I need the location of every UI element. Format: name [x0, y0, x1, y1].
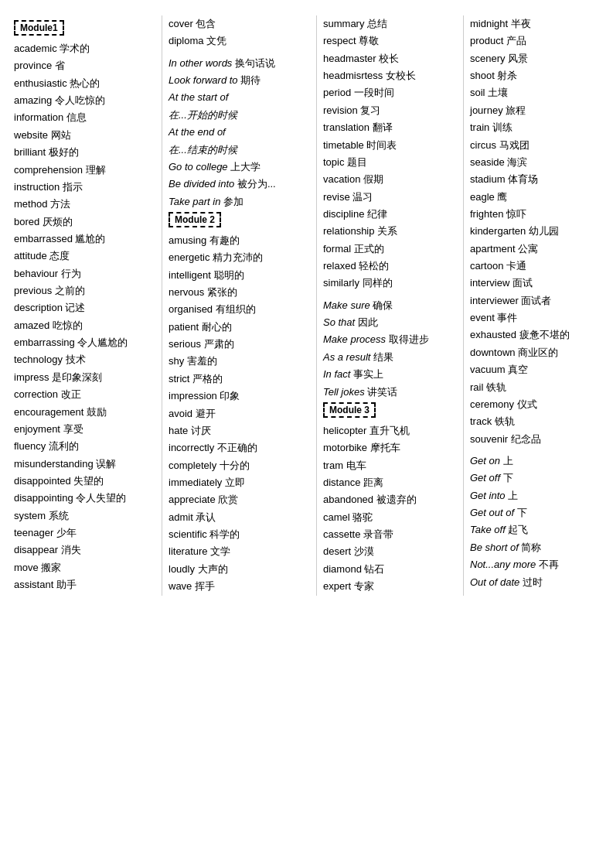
- entry-cn: 之前的: [52, 285, 85, 296]
- word-entry: technology 技术: [14, 351, 155, 368]
- entry-cn: 聪明的: [211, 269, 244, 281]
- word-entry: patient 耐心的: [169, 319, 310, 336]
- word-entry: headmisrtess 女校长: [323, 67, 457, 84]
- entry-en: circus: [470, 139, 496, 151]
- entry-cn: 同样的: [359, 277, 393, 289]
- word-entry: impress 是印象深刻: [14, 369, 155, 386]
- entry-cn: 科学的: [207, 528, 240, 540]
- entry-en: information: [14, 111, 63, 123]
- word-entry: similarly 同样的: [323, 275, 457, 292]
- entry-cn: 讨厌: [188, 425, 211, 436]
- entry-cn: 疲惫不堪的: [516, 329, 570, 340]
- word-entry: instruction 指示: [14, 179, 155, 196]
- entry-en: Make process: [323, 333, 386, 345]
- entry-cn: 令人尴尬的: [75, 337, 128, 348]
- entry-en: website: [14, 129, 48, 141]
- word-entry: formal 正式的: [323, 241, 457, 258]
- entry-cn: 行为: [58, 268, 81, 279]
- word-entry: Get off 下: [470, 470, 604, 487]
- entry-en: amazed: [14, 320, 49, 331]
- word-entry: Make sure 确保: [323, 297, 457, 314]
- word-entry: shoot 射杀: [470, 67, 604, 84]
- entry-en: shy: [169, 355, 184, 367]
- entry-en: formal: [323, 243, 351, 255]
- word-entry: Be short of 简称: [470, 539, 604, 556]
- entry-cn: 温习: [350, 191, 373, 203]
- entry-cn: 不正确的: [214, 442, 257, 453]
- entry-cn: 文学: [208, 545, 231, 557]
- entry-cn: 误解: [94, 458, 117, 470]
- word-entry: translation 翻译: [323, 119, 457, 136]
- word-entry: cassette 录音带: [323, 526, 457, 543]
- entry-en: cassette: [323, 528, 360, 540]
- column-2: cover 包含diploma 文凭In other words 换句话说Loo…: [162, 15, 317, 596]
- entry-cn: 摩托车: [367, 442, 400, 453]
- entry-cn: 有组织的: [213, 303, 256, 315]
- word-entry: In other words 换句话说: [169, 55, 310, 72]
- entry-en: 在...结束的时候: [169, 144, 237, 155]
- word-entry: enjoyment 享受: [14, 421, 155, 438]
- entry-cn: 专家: [351, 580, 374, 592]
- entry-cn: 大声的: [195, 563, 228, 575]
- entry-en: relationship: [323, 225, 375, 237]
- word-entry: amusing 有趣的: [169, 232, 310, 249]
- word-entry: distance 距离: [323, 474, 457, 491]
- module2-badge: Module 2: [169, 212, 221, 227]
- entry-cn: 失望的: [71, 475, 104, 487]
- word-entry: revise 温习: [323, 189, 457, 206]
- word-entry: Tell jokes 讲笑话: [323, 384, 457, 401]
- entry-en: seaside: [470, 156, 505, 168]
- word-entry: Look forward to 期待: [169, 72, 310, 89]
- word-entry: embarrassed 尴尬的: [14, 231, 155, 248]
- entry-en: eagle: [470, 191, 495, 203]
- entry-cn: 事件: [495, 312, 518, 323]
- entry-cn: 翻译: [370, 121, 393, 133]
- entry-en: Get on: [470, 455, 500, 466]
- entry-en: apartment: [470, 243, 516, 255]
- word-entry: intelligent 聪明的: [169, 267, 310, 284]
- word-entry: bored 厌烦的: [14, 214, 155, 231]
- entry-en: instruction: [14, 181, 60, 193]
- entry-en: Look forward to: [169, 74, 238, 86]
- word-entry: camel 骆驼: [323, 509, 457, 526]
- entry-cn: 热心的: [67, 77, 100, 89]
- word-entry: Take off 起飞: [470, 521, 604, 538]
- col4-entries: midnight 半夜product 产品scenery 风景shoot 射杀s…: [470, 15, 604, 591]
- entry-cn: 录音带: [360, 528, 393, 540]
- entry-cn: 搬家: [39, 562, 62, 573]
- entry-cn: 少年: [53, 527, 77, 538]
- entry-en: timetable: [323, 139, 364, 151]
- word-entry: method 方法: [14, 196, 155, 213]
- entry-en: embarrassing: [14, 337, 75, 348]
- entry-cn: 纪律: [364, 208, 387, 220]
- entry-en: Take part in: [169, 196, 220, 207]
- entry-en: diamond: [323, 563, 362, 575]
- word-entry: 在...开始的时候: [169, 107, 310, 124]
- word-entry: misunderstanding 误解: [14, 456, 155, 473]
- col3-entries-top: summary 总结respect 尊敬headmaster 校长headmis…: [323, 15, 457, 401]
- word-entry: disappear 消失: [14, 542, 155, 559]
- entry-en: Be short of: [470, 542, 519, 553]
- entry-en: Take off: [470, 524, 506, 535]
- entry-cn: 沙漠: [351, 545, 374, 557]
- entry-cn: 欣赏: [216, 494, 239, 505]
- entry-cn: 总结: [364, 18, 387, 29]
- entry-cn: 吃惊的: [49, 320, 83, 331]
- entry-en: stadium: [470, 173, 506, 185]
- entry-en: amazing: [14, 94, 52, 106]
- entry-en: ceremony: [470, 398, 514, 410]
- word-entry: Be divided into 被分为...: [169, 176, 310, 193]
- word-entry: disappointing 令人失望的: [14, 490, 155, 507]
- entry-cn: 钻石: [362, 563, 385, 575]
- word-entry: previous 之前的: [14, 282, 155, 299]
- module3-badge: Module 3: [323, 402, 376, 418]
- entry-en: assistant: [14, 579, 53, 590]
- entry-cn: 流利的: [46, 440, 79, 452]
- entry-en: serious: [169, 338, 201, 350]
- col2-entries-top: cover 包含diploma 文凭In other words 换句话说Loo…: [169, 15, 310, 210]
- word-entry: encouragement 鼓励: [14, 404, 155, 421]
- word-entry: topic 题目: [323, 154, 457, 171]
- entry-en: summary: [323, 18, 364, 29]
- word-entry: Go to college 上大学: [169, 159, 310, 176]
- word-entry: fluency 流利的: [14, 438, 155, 455]
